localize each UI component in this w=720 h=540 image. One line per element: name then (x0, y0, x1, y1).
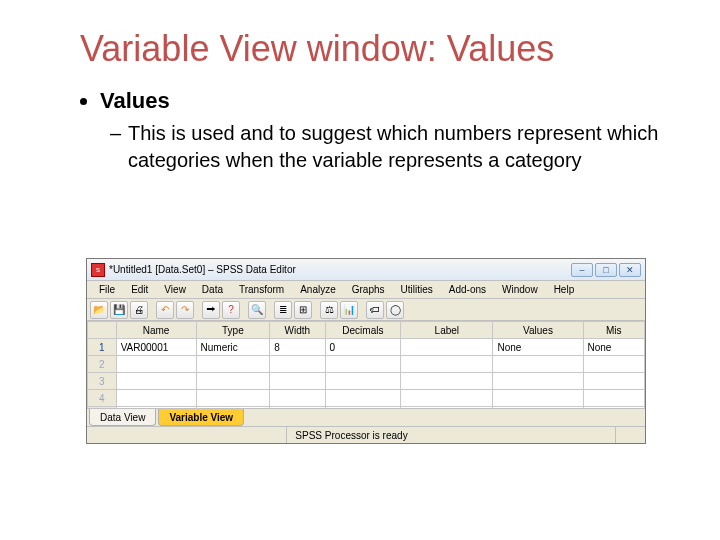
menu-graphs[interactable]: Graphs (344, 283, 393, 296)
cell-width[interactable]: 8 (270, 339, 325, 356)
open-icon[interactable]: 📂 (90, 301, 108, 319)
menu-addons[interactable]: Add-ons (441, 283, 494, 296)
table-row[interactable]: 5 (88, 407, 645, 409)
menu-analyze[interactable]: Analyze (292, 283, 344, 296)
cell-decimals[interactable]: 0 (325, 339, 401, 356)
cell-type[interactable]: Numeric (196, 339, 270, 356)
use-sets-icon[interactable]: ◯ (386, 301, 404, 319)
select-icon[interactable]: ⚖ (320, 301, 338, 319)
save-icon[interactable]: 💾 (110, 301, 128, 319)
title-bar: s *Untitled1 [Data.Set0] – SPSS Data Edi… (87, 259, 645, 281)
corner-cell (88, 322, 117, 339)
tab-data-view[interactable]: Data View (89, 409, 156, 426)
cell-name[interactable]: VAR00001 (116, 339, 196, 356)
menu-file[interactable]: File (91, 283, 123, 296)
insert-var-icon[interactable]: ≣ (274, 301, 292, 319)
row-number[interactable]: 2 (88, 356, 117, 373)
menu-data[interactable]: Data (194, 283, 231, 296)
maximize-button[interactable]: □ (595, 263, 617, 277)
separator-icon (150, 301, 154, 319)
app-icon: s (91, 263, 105, 277)
status-processor: SPSS Processor is ready (286, 427, 415, 443)
redo-icon[interactable]: ↷ (176, 301, 194, 319)
table-row[interactable]: 4 (88, 390, 645, 407)
bullet-values: Values This is used and to suggest which… (100, 88, 660, 174)
slide-title: Variable View window: Values (80, 28, 660, 70)
tab-variable-view[interactable]: Variable View (158, 409, 244, 426)
status-bar: SPSS Processor is ready (87, 426, 645, 443)
col-decimals[interactable]: Decimals (325, 322, 401, 339)
cell-values[interactable]: None (493, 339, 583, 356)
sub-bullet: This is used and to suggest which number… (128, 120, 660, 174)
undo-icon[interactable]: ↶ (156, 301, 174, 319)
menu-edit[interactable]: Edit (123, 283, 156, 296)
col-width[interactable]: Width (270, 322, 325, 339)
separator-icon (268, 301, 272, 319)
print-icon[interactable]: 🖨 (130, 301, 148, 319)
grid-area: Name Type Width Decimals Label Values Mi… (87, 321, 645, 408)
status-pad (615, 427, 645, 443)
separator-icon (360, 301, 364, 319)
info-icon[interactable]: ? (222, 301, 240, 319)
col-type[interactable]: Type (196, 322, 270, 339)
col-name[interactable]: Name (116, 322, 196, 339)
minimize-button[interactable]: – (571, 263, 593, 277)
goto-icon[interactable]: ⮕ (202, 301, 220, 319)
row-number[interactable]: 3 (88, 373, 117, 390)
window-title: *Untitled1 [Data.Set0] – SPSS Data Edito… (109, 264, 571, 275)
menu-bar: File Edit View Data Transform Analyze Gr… (87, 281, 645, 299)
row-number[interactable]: 4 (88, 390, 117, 407)
menu-view[interactable]: View (156, 283, 194, 296)
row-number[interactable]: 1 (88, 339, 117, 356)
bullet-values-text: Values (100, 88, 170, 113)
col-mis[interactable]: Mis (583, 322, 644, 339)
menu-help[interactable]: Help (546, 283, 583, 296)
find-icon[interactable]: 🔍 (248, 301, 266, 319)
value-labels-icon[interactable]: 🏷 (366, 301, 384, 319)
col-label[interactable]: Label (401, 322, 493, 339)
cell-mis[interactable]: None (583, 339, 644, 356)
tool-bar: 📂 💾 🖨 ↶ ↷ ⮕ ? 🔍 ≣ ⊞ ⚖ 📊 🏷 ◯ (87, 299, 645, 321)
menu-utilities[interactable]: Utilities (393, 283, 441, 296)
weight-icon[interactable]: 📊 (340, 301, 358, 319)
insert-case-icon[interactable]: ⊞ (294, 301, 312, 319)
table-row[interactable]: 1 VAR00001 Numeric 8 0 None None (88, 339, 645, 356)
table-row[interactable]: 2 (88, 356, 645, 373)
cell-label[interactable] (401, 339, 493, 356)
header-row: Name Type Width Decimals Label Values Mi… (88, 322, 645, 339)
separator-icon (314, 301, 318, 319)
table-row[interactable]: 3 (88, 373, 645, 390)
spss-window: s *Untitled1 [Data.Set0] – SPSS Data Edi… (86, 258, 646, 444)
row-number[interactable]: 5 (88, 407, 117, 409)
separator-icon (242, 301, 246, 319)
col-values[interactable]: Values (493, 322, 583, 339)
separator-icon (196, 301, 200, 319)
view-tabs: Data View Variable View (87, 408, 645, 426)
variable-grid[interactable]: Name Type Width Decimals Label Values Mi… (87, 321, 645, 408)
menu-window[interactable]: Window (494, 283, 546, 296)
close-button[interactable]: ✕ (619, 263, 641, 277)
menu-transform[interactable]: Transform (231, 283, 292, 296)
